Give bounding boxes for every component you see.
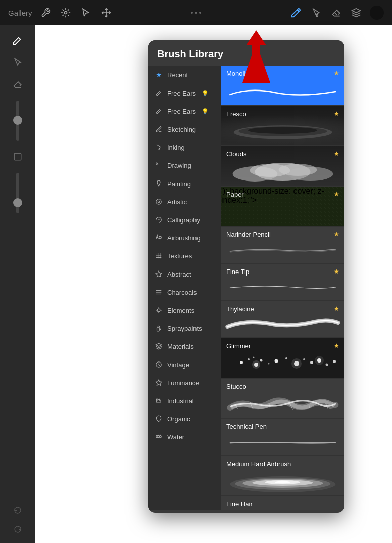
brush-monoline[interactable]: Monoline ★ <box>221 66 344 105</box>
svg-point-13 <box>157 309 160 312</box>
top-bar-left: Gallery <box>8 6 113 19</box>
brush-glimmer[interactable]: Glimmer ★ <box>221 338 344 378</box>
category-materials[interactable]: Materials <box>148 337 221 355</box>
category-airbrushing[interactable]: Airbrushing <box>148 229 221 247</box>
svg-marker-16 <box>156 380 162 385</box>
brush-library-panel: Brush Library ★ Recent Free Ears 💡 <box>148 40 344 513</box>
sidebar-smudge-tool[interactable] <box>8 52 28 72</box>
category-free-ears-1[interactable]: Free Ears 💡 <box>148 84 221 102</box>
bulb-icon-1: 💡 <box>202 90 209 97</box>
smudge-tool-icon[interactable] <box>310 6 323 19</box>
brush-library-title: Brush Library <box>157 48 223 59</box>
svg-point-6 <box>156 199 162 205</box>
sidebar-eraser-tool[interactable] <box>8 74 28 95</box>
category-textures[interactable]: Textures <box>148 247 221 265</box>
svg-point-39 <box>252 360 260 369</box>
color-picker[interactable] <box>370 6 384 20</box>
category-label-water: Water <box>167 433 184 441</box>
category-elements[interactable]: Elements <box>148 301 221 319</box>
artistic-icon <box>154 197 163 206</box>
category-artistic[interactable]: Artistic <box>148 193 221 211</box>
adjust-icon[interactable] <box>59 6 72 19</box>
brush-fine-tip-stroke <box>221 274 344 300</box>
calligraphy-icon <box>154 215 163 224</box>
wrench-icon[interactable] <box>39 6 52 19</box>
category-luminance[interactable]: Luminance <box>148 374 221 392</box>
category-free-ears-2[interactable]: Free Ears 💡 <box>148 102 221 120</box>
sidebar-undo[interactable] <box>9 502 26 519</box>
layers-icon[interactable] <box>350 6 363 19</box>
brush-size-thumb[interactable] <box>13 116 22 125</box>
move-icon[interactable] <box>100 6 113 19</box>
svg-point-35 <box>310 361 313 364</box>
category-list: ★ Recent Free Ears 💡 Free Ears <box>148 66 221 510</box>
category-recent[interactable]: ★ Recent <box>148 66 221 84</box>
category-calligraphy[interactable]: Calligraphy <box>148 211 221 229</box>
category-water[interactable]: Water <box>148 428 221 446</box>
category-label-abstract: Abstract <box>167 270 191 278</box>
category-industrial[interactable]: Industrial <box>148 392 221 410</box>
category-label-sketching: Sketching <box>167 126 196 133</box>
brush-opacity-thumb[interactable] <box>13 198 22 207</box>
category-spraypaints[interactable]: Spraypaints <box>148 319 221 337</box>
top-bar: Gallery <box>0 0 392 25</box>
svg-point-29 <box>260 359 263 362</box>
brush-paper[interactable]: Paper ★ '); background-size: cover; z-in… <box>221 187 344 226</box>
svg-rect-2 <box>14 153 21 160</box>
category-inking[interactable]: Inking <box>148 138 221 156</box>
category-painting[interactable]: Painting <box>148 174 221 193</box>
brush-fresco[interactable]: Fresco ★ <box>221 106 344 145</box>
spraypaints-icon <box>154 324 163 333</box>
category-charcoals[interactable]: Charcoals <box>148 283 221 301</box>
brush-clouds[interactable]: Clouds ★ <box>221 146 344 186</box>
svg-point-0 <box>64 12 67 14</box>
vintage-icon <box>154 360 163 369</box>
brush-monoline-stroke <box>221 79 344 105</box>
brush-fine-tip-name: Fine Tip <box>226 268 339 276</box>
svg-point-7 <box>158 201 160 203</box>
brush-tool-icon[interactable] <box>289 6 303 19</box>
category-label-charcoals: Charcoals <box>167 289 197 296</box>
brush-stucco[interactable]: Stucco <box>221 379 344 418</box>
brush-fresco-name: Fresco <box>226 110 246 118</box>
brush-medium-hard-airbrush[interactable]: Medium Hard Airbrush <box>221 456 344 495</box>
brush-technical-pen-name: Technical Pen <box>226 423 339 430</box>
category-label-free-ears-2: Free Ears <box>167 108 196 115</box>
gallery-button[interactable]: Gallery <box>8 9 32 17</box>
brush-thylacine-name: Thylacine <box>226 305 339 313</box>
sidebar-brush-tool[interactable] <box>8 30 28 50</box>
category-vintage[interactable]: Vintage <box>148 355 221 374</box>
sidebar-redo[interactable] <box>9 521 26 538</box>
brush-technical-pen[interactable]: Technical Pen <box>221 419 344 455</box>
bulb-icon-2: 💡 <box>202 108 209 115</box>
brush-list: Monoline ★ Fresco ★ <box>221 66 344 510</box>
category-sketching[interactable]: Sketching <box>148 120 221 138</box>
category-abstract[interactable]: Abstract <box>148 265 221 283</box>
top-bar-center <box>191 12 201 14</box>
brush-size-slider[interactable] <box>16 101 19 141</box>
category-drawing[interactable]: Drawing <box>148 156 221 174</box>
brush-opacity-slider[interactable] <box>16 173 19 213</box>
svg-point-37 <box>326 364 328 366</box>
category-label-drawing: Drawing <box>167 162 191 169</box>
abstract-icon <box>154 269 163 279</box>
charcoals-icon <box>154 288 163 297</box>
brush-narinder-pencil[interactable]: Narinder Pencil ★ <box>221 227 344 263</box>
brush-library-header: Brush Library <box>148 40 344 66</box>
category-label-elements: Elements <box>167 307 194 314</box>
svg-point-25 <box>240 361 243 364</box>
industrial-icon <box>154 396 163 405</box>
brush-fine-hair[interactable]: Fine Hair <box>221 496 344 510</box>
brush-medium-hard-airbrush-stroke <box>221 469 344 495</box>
brush-library-body: ★ Recent Free Ears 💡 Free Ears <box>148 66 344 510</box>
svg-point-31 <box>275 359 278 363</box>
category-label-airbrushing: Airbrushing <box>167 234 201 242</box>
svg-point-8 <box>159 236 162 239</box>
selection-icon[interactable] <box>79 6 92 19</box>
category-organic[interactable]: Organic <box>148 410 221 428</box>
category-label-vintage: Vintage <box>167 361 189 369</box>
brush-thylacine[interactable]: Thylacine ★ <box>221 301 344 337</box>
sidebar-square-tool[interactable] <box>8 147 28 167</box>
eraser-tool-icon[interactable] <box>330 6 343 19</box>
brush-fine-tip[interactable]: Fine Tip ★ <box>221 264 344 300</box>
